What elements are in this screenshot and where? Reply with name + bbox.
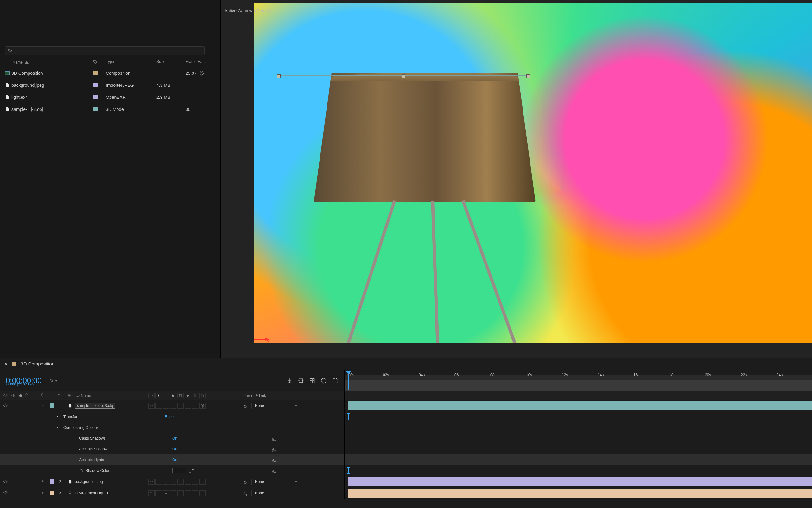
shy-switch[interactable] [148, 403, 155, 409]
solo-column-icon[interactable] [18, 393, 23, 398]
collapse-switch-header[interactable]: ✶ [156, 393, 162, 398]
property-row[interactable]: Accepts ShadowsOn [0, 444, 812, 455]
project-item[interactable]: light.exrOpenEXR2.9 MB [0, 91, 220, 103]
pickwhip-icon[interactable] [272, 457, 277, 462]
visibility-column-icon[interactable] [3, 393, 8, 398]
pickwhip-icon[interactable] [243, 479, 248, 484]
collapse-switch[interactable] [156, 479, 162, 484]
selection-handle[interactable] [526, 75, 530, 78]
shy-switch[interactable] [148, 490, 155, 496]
eye-icon[interactable] [3, 403, 8, 408]
layer-source-name[interactable]: sample-...ile.obj-3.obj [66, 403, 148, 409]
property-row[interactable]: Compositing Options [0, 422, 812, 433]
composition-viewer[interactable]: Active Camera (Default) Y X [221, 0, 812, 357]
maximize-icon[interactable] [332, 378, 338, 384]
layer-label-swatch[interactable] [50, 404, 54, 408]
3d-switch-header[interactable] [199, 393, 206, 398]
axis-gizmo[interactable]: Y X Z [254, 302, 270, 343]
lamp-shade-object[interactable] [314, 73, 536, 202]
frameblend-switch[interactable] [177, 479, 184, 484]
selection-handle[interactable] [401, 75, 405, 78]
lock-column-icon[interactable] [24, 393, 29, 397]
layer-source-name[interactable]: Environment Light 1 [66, 491, 148, 496]
parent-dropdown[interactable]: None [251, 403, 301, 409]
quality-switch[interactable] [163, 403, 169, 409]
collapse-switch[interactable] [156, 403, 162, 409]
property-value[interactable]: On [172, 447, 177, 451]
property-row[interactable]: TransformReset [0, 411, 812, 422]
shy-switch-header[interactable] [148, 393, 155, 398]
fx-switch[interactable] [170, 403, 176, 409]
layer-clip[interactable] [348, 489, 812, 498]
fx-switch[interactable] [170, 490, 176, 496]
project-search-input[interactable]: ▾ [5, 46, 205, 55]
label-swatch[interactable] [93, 71, 97, 75]
flowchart-icon[interactable] [200, 70, 206, 76]
motionblur-switch[interactable] [185, 479, 191, 484]
motion-blur-icon[interactable] [309, 378, 315, 384]
timeline-tab[interactable]: 3D Composition [20, 361, 54, 367]
3d-switch[interactable] [199, 490, 206, 496]
twirl-icon[interactable] [41, 404, 50, 408]
quality-switch[interactable] [163, 479, 169, 484]
label-column-icon[interactable] [41, 393, 46, 397]
parent-dropdown[interactable]: None [251, 478, 301, 485]
layer-row[interactable]: 3Environment Light 1None [0, 488, 812, 499]
comp-mini-flow-icon[interactable] [286, 378, 293, 384]
label-swatch[interactable] [93, 95, 97, 99]
pickwhip-icon[interactable] [272, 436, 277, 441]
adjustment-switch[interactable] [192, 490, 198, 496]
project-item[interactable]: 3D CompositionComposition29.97 [0, 67, 220, 79]
selection-handle[interactable] [277, 75, 281, 78]
pickwhip-icon[interactable] [243, 491, 248, 496]
project-item[interactable]: background.jpegImporterJPEG4.3 MB [0, 79, 220, 91]
quality-switch[interactable] [163, 490, 169, 496]
project-item[interactable]: sample-...j-3.obj3D Model30 [0, 103, 220, 115]
adjustment-switch[interactable] [192, 403, 198, 409]
3d-switch[interactable] [199, 479, 206, 484]
twirl-icon[interactable] [41, 479, 50, 484]
motionblur-switch[interactable] [185, 403, 191, 409]
twirl-icon[interactable] [41, 491, 50, 496]
stopwatch-icon[interactable] [79, 468, 84, 473]
collapse-switch[interactable] [156, 490, 162, 496]
close-tab-button[interactable]: × [4, 361, 7, 367]
selection-bounds[interactable] [279, 75, 528, 77]
twirl-icon[interactable] [56, 415, 59, 418]
panel-menu-icon[interactable]: ≡ [59, 361, 62, 367]
property-value[interactable]: Reset [165, 415, 174, 419]
3d-switch[interactable] [199, 403, 206, 409]
property-row[interactable]: Casts ShadowsOn [0, 433, 812, 444]
quality-switch-header[interactable] [163, 393, 169, 398]
label-swatch[interactable] [93, 83, 97, 87]
pickwhip-icon[interactable] [272, 447, 277, 452]
pickwhip-icon[interactable] [272, 468, 277, 473]
time-ruler[interactable]: :00s02s04s06s08s10s12s14s16s18s20s22s24s… [344, 370, 812, 391]
property-row[interactable]: Accepts LightsOn [0, 455, 812, 465]
property-value[interactable]: On [172, 436, 177, 440]
frame-blend-icon[interactable] [298, 378, 304, 384]
adjustment-switch[interactable] [192, 479, 198, 484]
property-row[interactable]: Shadow Color [0, 465, 812, 476]
shy-switch[interactable] [148, 479, 155, 484]
frameblend-switch-header[interactable] [177, 393, 184, 398]
twirl-icon[interactable] [56, 425, 59, 429]
fx-switch-header[interactable]: fx [170, 393, 176, 398]
layer-clip[interactable] [348, 477, 812, 486]
color-swatch[interactable] [172, 468, 186, 473]
layer-clip[interactable] [348, 401, 812, 410]
parent-dropdown[interactable]: None [251, 490, 301, 496]
tag-icon[interactable] [93, 59, 97, 64]
eyedropper-icon[interactable] [189, 468, 195, 473]
graph-editor-icon[interactable] [320, 378, 327, 384]
frameblend-switch[interactable] [177, 490, 184, 496]
frameblend-switch[interactable] [177, 403, 184, 409]
eye-icon[interactable] [3, 490, 8, 495]
layer-label-swatch[interactable] [50, 491, 54, 495]
adjustment-switch-header[interactable] [192, 393, 198, 398]
motionblur-switch[interactable] [185, 490, 191, 496]
label-swatch[interactable] [93, 107, 97, 112]
layer-label-swatch[interactable] [50, 479, 54, 484]
timeline-search[interactable]: ▾ [49, 378, 57, 383]
property-value[interactable]: On [172, 458, 177, 462]
